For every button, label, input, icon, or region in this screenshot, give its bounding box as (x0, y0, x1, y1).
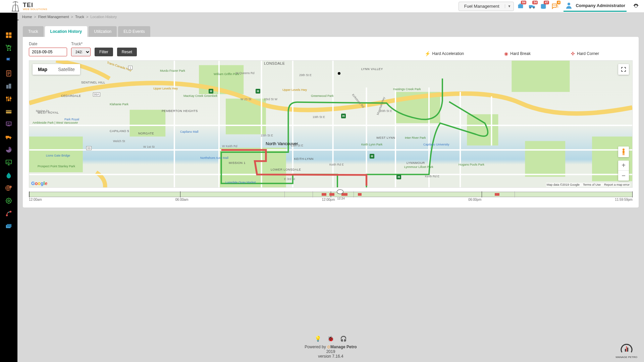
hospital-marker[interactable]: H (370, 154, 374, 159)
breadcrumb-bar: Home > Fleet Management > Truck > Locati… (0, 13, 644, 21)
hospital-marker[interactable]: H (256, 89, 260, 94)
gear-icon (632, 3, 640, 10)
sidebar-settings[interactable] (0, 93, 17, 105)
sidebar-truck[interactable] (0, 131, 17, 143)
sidebar-route[interactable] (0, 207, 17, 220)
sidebar-dashboard[interactable] (0, 29, 17, 42)
support-icon[interactable]: 🎧 (340, 336, 347, 342)
event-legend: ⚡Hard Acceleration ◉Hard Break ✜Hard Cor… (425, 51, 633, 56)
svg-rect-11 (9, 33, 11, 35)
chat-badge: 4 (557, 1, 560, 4)
reset-button[interactable]: Reset (117, 48, 137, 56)
filter-button[interactable]: Filter (95, 48, 113, 56)
pegman-icon (621, 148, 627, 156)
svg-rect-37 (7, 224, 12, 227)
map[interactable]: H H H H H SENTINEL HILL CEDARDALE WEST R… (29, 60, 633, 188)
streetview-button[interactable] (618, 146, 629, 157)
svg-point-19 (6, 97, 8, 99)
alerts-icon[interactable]: 84 (516, 2, 525, 11)
logo-sub-text: WEB SOLUTIONS (23, 8, 47, 11)
sidebar-brain[interactable] (0, 194, 17, 207)
tab-utilization[interactable]: Utilization (89, 26, 117, 37)
svg-rect-49 (623, 150, 625, 153)
hospital-marker[interactable]: H (396, 175, 401, 179)
corner-icon: ✜ (571, 51, 575, 56)
chat-icon[interactable]: 4 (550, 2, 559, 11)
route-start-marker[interactable] (338, 72, 340, 75)
sidebar-cart[interactable] (0, 42, 17, 54)
zoom-control: + − (618, 161, 629, 181)
sidebar-flag[interactable] (0, 54, 17, 67)
timeline-time-label: 12:24 (337, 197, 345, 200)
manage-petro-logo[interactable]: MANAGE PETRO (616, 342, 637, 359)
lightbulb-icon[interactable]: 💡 (315, 336, 321, 342)
sidebar-card[interactable] (0, 105, 17, 118)
legend-hard-corner: ✜Hard Corner (571, 51, 599, 56)
svg-point-15 (10, 50, 11, 51)
google-logo: Google (31, 181, 47, 186)
zoom-out-button[interactable]: − (618, 171, 629, 181)
timeline-cursor[interactable] (337, 189, 343, 194)
svg-point-35 (8, 212, 9, 213)
sidebar (0, 13, 17, 362)
svg-rect-44 (525, 141, 565, 177)
breadcrumb-truck[interactable]: Truck (75, 15, 84, 19)
svg-point-32 (8, 200, 10, 202)
sidebar-globe[interactable] (0, 182, 17, 194)
trucks-badge: 34 (532, 1, 538, 4)
legend-hard-break: ◉Hard Break (504, 51, 531, 56)
zoom-in-button[interactable]: + (618, 161, 629, 171)
tab-location-history[interactable]: Location History (45, 26, 88, 37)
svg-rect-23 (6, 111, 12, 112)
sidebar-payment[interactable] (0, 220, 17, 233)
fullscreen-icon (621, 67, 626, 72)
sidebar-report[interactable] (0, 67, 17, 80)
svg-rect-52 (625, 349, 626, 352)
module-selector[interactable]: Fuel Management ▼ (459, 2, 514, 11)
sidebar-pie[interactable] (0, 143, 17, 156)
breadcrumb-fleet[interactable]: Fleet Management (38, 15, 69, 19)
module-selector-label: Fuel Management (459, 4, 505, 9)
svg-point-7 (541, 7, 546, 9)
settings-button[interactable] (631, 2, 641, 11)
trucks-icon[interactable]: 34 (527, 2, 537, 11)
svg-rect-25 (6, 136, 9, 138)
svg-point-26 (6, 138, 8, 139)
sidebar-presentation[interactable] (0, 118, 17, 131)
map-type-toggle: Map Satellite (33, 64, 80, 75)
breadcrumb-home[interactable]: Home (22, 15, 32, 19)
avatar-icon (565, 1, 573, 9)
panel: Date Truck* 242368 Filter Reset ⚡Hard Ac… (23, 37, 639, 207)
svg-point-8 (568, 3, 570, 5)
svg-point-48 (623, 148, 625, 150)
logo-icon (10, 1, 21, 12)
svg-rect-10 (6, 33, 8, 35)
breadcrumb: Home > Fleet Management > Truck > Locati… (22, 15, 117, 19)
accel-icon: ⚡ (425, 51, 430, 56)
map-type-satellite[interactable]: Satellite (53, 64, 80, 75)
logo[interactable]: TEI WEB SOLUTIONS (10, 1, 47, 12)
date-input[interactable] (29, 48, 67, 56)
svg-rect-51 (624, 153, 625, 155)
sidebar-drop[interactable] (0, 169, 17, 182)
tab-truck[interactable]: Truck (23, 26, 44, 37)
tanks-icon[interactable]: 47 (539, 2, 548, 11)
map-type-map[interactable]: Map (33, 64, 53, 75)
hospital-marker[interactable]: H (209, 89, 213, 94)
svg-rect-18 (9, 84, 11, 89)
tab-eld-events[interactable]: ELD Events (118, 26, 150, 37)
svg-rect-50 (623, 153, 624, 155)
tanks-badge: 47 (544, 1, 549, 4)
sidebar-building[interactable] (0, 80, 17, 93)
bug-icon[interactable]: 🐞 (327, 336, 334, 342)
hospital-marker[interactable]: H (341, 114, 346, 118)
svg-rect-12 (6, 36, 8, 38)
svg-rect-53 (627, 348, 628, 352)
svg-rect-0 (518, 4, 523, 8)
sidebar-monitor[interactable] (0, 156, 17, 169)
fullscreen-button[interactable] (618, 64, 629, 75)
user-menu[interactable]: Company Administrator (564, 1, 627, 12)
truck-select[interactable]: 242368 (71, 48, 91, 56)
timeline-track[interactable]: 12:24 (29, 192, 633, 197)
tabs: Truck Location History Utilization ELD E… (23, 26, 639, 37)
